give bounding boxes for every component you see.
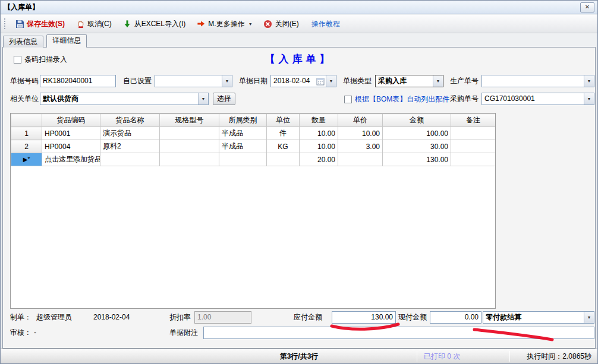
bom-auto-label: 根据【BOM表】自动列出配件 bbox=[355, 94, 449, 105]
cell-spec[interactable] bbox=[160, 127, 219, 140]
row-count-status: 第3行/共3行 bbox=[1, 349, 597, 363]
cell-category[interactable]: 半成品 bbox=[219, 127, 267, 140]
printed-status: 已打印 0 次 bbox=[424, 349, 460, 363]
cell-name[interactable]: 原料2 bbox=[100, 140, 160, 153]
grid-header-row: 货品编码 货品名称 规格型号 所属类别 单位 数量 单价 金额 备注 bbox=[11, 114, 496, 127]
production-order-label: 生产单号 bbox=[450, 75, 479, 87]
items-grid: 货品编码 货品名称 规格型号 所属类别 单位 数量 单价 金额 备注 1 HP0… bbox=[10, 113, 496, 309]
cell-name[interactable]: 演示货品 bbox=[100, 127, 160, 140]
payable-amount-label: 应付金额 bbox=[294, 311, 322, 324]
cell-qty[interactable]: 10.00 bbox=[300, 140, 338, 153]
cancel-label: 取消(C) bbox=[87, 19, 112, 29]
cell-unit[interactable]: 件 bbox=[267, 127, 300, 140]
cell-note[interactable] bbox=[451, 127, 496, 140]
cell-spec[interactable] bbox=[160, 153, 219, 166]
maker-date: 2018-02-04 bbox=[93, 311, 130, 324]
tab-detail-info[interactable]: 详细信息 bbox=[46, 34, 87, 48]
doc-number-input[interactable]: RK1802040001 bbox=[40, 75, 116, 87]
row-selector[interactable]: 1 bbox=[11, 127, 42, 140]
production-order-select[interactable]: ▼ bbox=[481, 75, 594, 87]
cell-price[interactable] bbox=[338, 153, 383, 166]
cell-amount[interactable]: 100.00 bbox=[383, 127, 451, 140]
tutorial-link[interactable]: 操作教程 bbox=[311, 19, 340, 29]
col-header-category[interactable]: 所属类别 bbox=[219, 114, 267, 127]
cancel-button[interactable]: 取消(C) bbox=[74, 18, 114, 30]
cell-category[interactable] bbox=[219, 153, 267, 166]
col-header-price[interactable]: 单价 bbox=[338, 114, 383, 127]
col-header-name[interactable]: 货品名称 bbox=[100, 114, 160, 127]
chevron-down-icon: ▼ bbox=[584, 312, 594, 323]
doc-type-select[interactable]: 采购入库 ▼ bbox=[375, 75, 443, 87]
cell-note[interactable] bbox=[451, 153, 496, 166]
settlement-value: 零付款结算 bbox=[486, 313, 521, 321]
table-row[interactable]: 2 HP0004 原料2 半成品 KG 10.00 3.00 30.00 bbox=[11, 140, 496, 153]
audit-value: - bbox=[34, 327, 36, 339]
col-header-spec[interactable]: 规格型号 bbox=[160, 114, 219, 127]
col-header-code[interactable]: 货品编码 bbox=[42, 114, 100, 127]
doc-date-picker[interactable]: 2018-02-04 ▼ bbox=[270, 75, 336, 87]
col-header-note[interactable]: 备注 bbox=[451, 114, 496, 127]
audit-label: 审核： bbox=[10, 327, 32, 339]
cell-price[interactable]: 3.00 bbox=[338, 140, 383, 153]
settlement-select[interactable]: 零付款结算 ▼ bbox=[483, 311, 594, 324]
doc-type-label: 单据类型 bbox=[343, 75, 372, 87]
total-qty: 20.00 bbox=[300, 153, 338, 166]
self-set-select[interactable]: ▼ bbox=[155, 75, 232, 87]
toolbar-grip bbox=[4, 18, 6, 29]
self-set-label: 自己设置 bbox=[123, 75, 152, 87]
save-button[interactable]: 保存生效(S) bbox=[13, 18, 67, 30]
new-row-marker[interactable]: ▶* bbox=[11, 153, 42, 166]
tab-list-info[interactable]: 列表信息 bbox=[3, 36, 43, 48]
row-selector[interactable]: 2 bbox=[11, 140, 42, 153]
more-operations-button[interactable]: M.更多操作 ▼ bbox=[194, 18, 254, 30]
purchase-order-select[interactable]: CG1701030001 ▼ bbox=[481, 93, 594, 105]
new-item-row[interactable]: ▶* 点击这里添加货品 20.00 130.00 bbox=[11, 153, 496, 166]
tabstrip: 列表信息 详细信息 bbox=[3, 34, 88, 47]
save-label: 保存生效(S) bbox=[27, 19, 65, 29]
maker-value: 超级管理员 bbox=[36, 311, 72, 324]
col-header-amount[interactable]: 金额 bbox=[383, 114, 451, 127]
chevron-down-icon: ▼ bbox=[326, 75, 336, 87]
payable-amount-input[interactable]: 130.00 bbox=[332, 311, 396, 324]
col-header-qty[interactable]: 数量 bbox=[300, 114, 338, 127]
more-right-arrow-icon bbox=[196, 19, 206, 29]
chevron-down-icon: ▼ bbox=[584, 75, 594, 87]
doc-note-input[interactable] bbox=[203, 327, 594, 339]
related-unit-select[interactable]: 默认供货商 ▼ bbox=[40, 93, 209, 105]
table-row[interactable]: 1 HP0001 演示货品 半成品 件 10.00 10.00 100.00 bbox=[11, 127, 496, 140]
excel-import-label: 从EXCEL导入(I) bbox=[134, 19, 186, 29]
chevron-down-icon: ▼ bbox=[198, 93, 208, 105]
cell-price[interactable]: 10.00 bbox=[338, 127, 383, 140]
grid-corner[interactable] bbox=[11, 114, 42, 127]
cell-category[interactable]: 半成品 bbox=[219, 140, 267, 153]
cell-spec[interactable] bbox=[160, 140, 219, 153]
close-button[interactable]: 关闭(E) bbox=[262, 18, 301, 30]
cell-name[interactable] bbox=[100, 153, 160, 166]
cell-unit[interactable]: KG bbox=[267, 140, 300, 153]
more-operations-label: M.更多操作 bbox=[208, 19, 244, 29]
cell-amount[interactable]: 30.00 bbox=[383, 140, 451, 153]
col-header-unit[interactable]: 单位 bbox=[267, 114, 300, 127]
cell-code[interactable]: HP0004 bbox=[42, 140, 100, 153]
window-close-button[interactable]: ✕ bbox=[580, 2, 594, 12]
calendar-icon bbox=[316, 77, 325, 86]
cell-qty[interactable]: 10.00 bbox=[300, 127, 338, 140]
excel-import-button[interactable]: 从EXCEL导入(I) bbox=[121, 18, 188, 30]
statusbar-separator bbox=[509, 351, 510, 362]
add-item-hint[interactable]: 点击这里添加货品 bbox=[42, 153, 100, 166]
close-label: 关闭(E) bbox=[275, 19, 299, 29]
import-down-arrow-icon bbox=[122, 19, 132, 29]
detail-tab-panel: 条码扫描录入 【入库单】 单据号码 RK1802040001 自己设置 ▼ 单据… bbox=[2, 47, 596, 349]
cell-unit[interactable] bbox=[267, 153, 300, 166]
doc-date-label: 单据日期 bbox=[239, 75, 267, 87]
cell-note[interactable] bbox=[451, 140, 496, 153]
titlebar: 【入库单】 ✕ bbox=[1, 1, 597, 14]
maker-label: 制单： bbox=[10, 311, 32, 324]
cell-code[interactable]: HP0001 bbox=[42, 127, 100, 140]
bom-auto-checkbox[interactable]: 根据【BOM表】自动列出配件 bbox=[344, 94, 449, 104]
select-unit-button[interactable]: 选择 bbox=[213, 93, 235, 105]
paid-amount-input[interactable]: 0.00 bbox=[430, 311, 481, 324]
statusbar: 第3行/共3行 已打印 0 次 执行时间：2.0865秒 bbox=[1, 349, 597, 363]
save-floppy-icon bbox=[15, 19, 24, 29]
doc-note-label: 单据附注 bbox=[169, 327, 198, 339]
